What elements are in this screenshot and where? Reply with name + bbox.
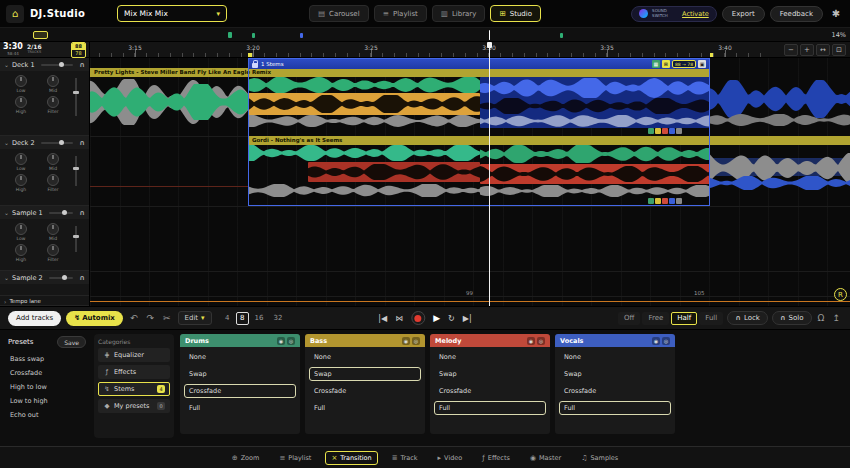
loop-icon[interactable]: ↻ [448, 314, 455, 323]
knob-dial[interactable] [15, 223, 27, 235]
preset-item[interactable]: Low to high [6, 394, 88, 408]
knob-dial[interactable] [15, 96, 27, 108]
activate-link[interactable]: Activate [682, 10, 709, 18]
stem-toggle[interactable] [655, 128, 661, 134]
stem-option-swap[interactable]: Swap [434, 367, 546, 381]
time-ruler[interactable]: 3:153:203:253:303:353:40 [90, 42, 764, 57]
category-effects[interactable]: ƒEffects [98, 365, 170, 379]
toolbar-video-button[interactable]: ▸Video [432, 451, 469, 465]
tempo-mode-half-button[interactable]: Half [671, 312, 697, 325]
undo-icon[interactable]: ↶ [128, 313, 140, 323]
save-preset-button[interactable]: Save [57, 336, 86, 348]
stem-option-none[interactable]: None [184, 350, 296, 364]
bell-icon[interactable]: Ω [816, 313, 827, 323]
stem-option-swap[interactable]: Swap [559, 367, 671, 381]
preset-item[interactable]: Echo out [6, 408, 88, 422]
deck-fader[interactable] [75, 156, 77, 186]
volume-slider[interactable] [41, 142, 74, 144]
beat-4-button[interactable]: 4 [221, 312, 234, 325]
tempo-mode-full-button[interactable]: Full [699, 312, 723, 325]
knob-filter[interactable]: Filter [40, 244, 66, 262]
stem-toggle[interactable] [648, 128, 654, 134]
tempo-mode-free-button[interactable]: Free [642, 312, 669, 325]
knob-dial[interactable] [47, 244, 59, 256]
knob-dial[interactable] [15, 174, 27, 186]
toolbar-effects-button[interactable]: ƒEffects [476, 451, 516, 465]
mix-select-dropdown[interactable]: Mix Mix Mix ▾ [117, 5, 227, 22]
deck-header[interactable]: ⌄Sample 2∩ [0, 271, 89, 284]
deck-header[interactable]: ⌄Deck 2∩ [0, 136, 89, 149]
tempo-mode-off-button[interactable]: Off [618, 312, 640, 325]
stem-option-full[interactable]: Full [184, 401, 296, 415]
toolbar-master-button[interactable]: ◉Master [524, 451, 567, 465]
nav-library-button[interactable]: ▥Library [432, 5, 486, 22]
stem-option-full[interactable]: Full [559, 401, 671, 415]
knob-dial[interactable] [15, 244, 27, 256]
knob-dial[interactable] [47, 174, 59, 186]
category-stems[interactable]: ↯Stems4 [98, 382, 170, 396]
minimap-viewport[interactable] [33, 31, 48, 39]
nav-studio-button[interactable]: ⊞Studio [490, 5, 541, 22]
add-tracks-button[interactable]: Add tracks [8, 311, 61, 326]
grid-icon[interactable]: ⊞ [662, 60, 670, 68]
toolbar-track-button[interactable]: ≣Track [386, 451, 424, 465]
playhead[interactable] [489, 42, 490, 306]
volume-slider[interactable] [49, 277, 74, 279]
toolbar-transition-button[interactable]: ×Transition [325, 451, 377, 465]
knob-dial[interactable] [47, 223, 59, 235]
beat-16-button[interactable]: 16 [251, 312, 268, 325]
skip-end-icon[interactable]: ▶| [463, 314, 472, 323]
lock-button[interactable]: ∩ Lock [727, 311, 768, 325]
stem-option-full[interactable]: Full [434, 401, 546, 415]
knob-dial[interactable] [47, 75, 59, 87]
knob-mid[interactable]: Mid [40, 223, 66, 241]
stem-option-none[interactable]: None [559, 350, 671, 364]
jump-to-playhead-icon[interactable]: ⋈ [395, 314, 403, 323]
knob-low[interactable]: Low [8, 223, 34, 241]
speaker-icon[interactable]: ◉ [527, 337, 535, 345]
stem-toggle[interactable] [676, 198, 682, 204]
ai-assistant-button[interactable]: R [834, 288, 847, 301]
knob-high[interactable]: High [8, 174, 34, 192]
edit-dropdown[interactable]: Edit ▾ [178, 311, 212, 325]
stem-option-swap[interactable]: Swap [309, 367, 421, 381]
knob-dial[interactable] [47, 153, 59, 165]
knob-high[interactable]: High [8, 96, 34, 114]
stem-option-full[interactable]: Full [309, 401, 421, 415]
deck1-stem-buttons[interactable] [648, 128, 682, 134]
transition-selection[interactable]: 1 Stems ▦ ⊞ 88 → 78 ▣ [248, 58, 710, 206]
settings-gear-icon[interactable]: ✱ [828, 8, 844, 19]
solo-button[interactable]: ∩ Solo [772, 311, 812, 325]
tracks-canvas[interactable]: Pretty Lights - Steve Miller Band Fly Li… [90, 58, 850, 306]
soundswitch-badge[interactable]: SOUND SWITCH Activate [631, 6, 717, 22]
beat-8-button[interactable]: 8 [236, 312, 249, 325]
knob-dial[interactable] [15, 75, 27, 87]
preset-item[interactable]: Bass swap [6, 352, 88, 366]
volume-slider[interactable] [49, 212, 74, 214]
play-button[interactable]: ▶ [433, 313, 440, 323]
stem-option-crossfade[interactable]: Crossfade [309, 384, 421, 398]
speaker-icon[interactable]: ◉ [277, 337, 285, 345]
eye-icon[interactable]: ◎ [662, 337, 670, 345]
stem-toggle[interactable] [648, 198, 654, 204]
stem-toggle[interactable] [662, 128, 668, 134]
stem-option-swap[interactable]: Swap [184, 367, 296, 381]
eye-icon[interactable]: ◎ [287, 337, 295, 345]
zoom-grid-button[interactable]: ⊡ [832, 44, 846, 56]
record-button[interactable] [411, 311, 425, 325]
stem-toggle[interactable] [669, 198, 675, 204]
stem-option-none[interactable]: None [309, 350, 421, 364]
beat-32-button[interactable]: 32 [270, 312, 287, 325]
knob-mid[interactable]: Mid [40, 153, 66, 171]
category-equalizer[interactable]: ⋕Equalizer [98, 348, 170, 362]
preset-item[interactable]: Crossfade [6, 366, 88, 380]
share-icon[interactable]: ↥ [830, 313, 842, 323]
stem-option-none[interactable]: None [434, 350, 546, 364]
knob-low[interactable]: Low [8, 153, 34, 171]
headphones-icon[interactable]: ∩ [79, 61, 85, 69]
stem-toggle[interactable] [669, 128, 675, 134]
speaker-icon[interactable]: ◉ [402, 337, 410, 345]
toolbar-samples-button[interactable]: ♫Samples [575, 451, 624, 465]
stem-option-crossfade[interactable]: Crossfade [434, 384, 546, 398]
knob-high[interactable]: High [8, 244, 34, 262]
